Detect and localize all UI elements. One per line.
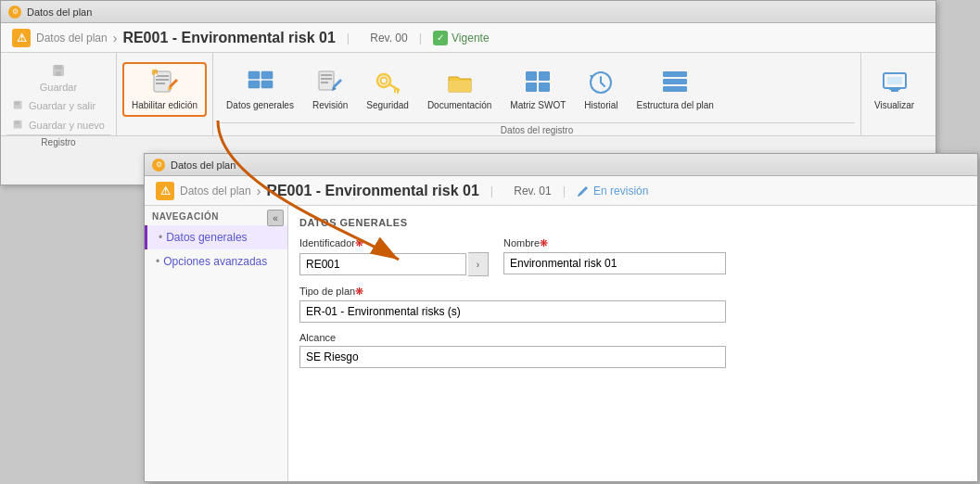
fg-breadcrumb: ⚠ Datos del plan › RE001 - Environmental… [145,176,977,206]
bg-datos-generales-btn[interactable]: Datos generales [219,64,301,115]
identificador-input[interactable] [299,253,466,275]
revision-label: Revisión [312,100,348,111]
bg-habilitar-buttons: ▲ Habilitar edición [122,57,207,122]
svg-rect-18 [321,74,332,76]
identificador-label: Identificador❋ [299,237,489,249]
save-exit-icon [12,99,25,112]
svg-rect-4 [15,102,19,106]
bg-guardar-nuevo-btn[interactable]: Guardar y nuevo [6,116,110,134]
nav-item-datos-generales[interactable]: • Datos generales [145,225,287,249]
historial-icon [586,68,616,97]
tipo-plan-input[interactable] [299,300,726,323]
svg-rect-20 [321,82,328,83]
breadcrumb-prefix: Datos del plan [36,32,108,45]
bg-revision-btn[interactable]: Revisión [305,64,355,115]
monitor-icon [882,70,908,96]
pipe2: | [419,31,422,45]
nav-bullet-1: • [159,231,162,244]
seguridad-icon [373,68,402,97]
registro-section-label: Registro [6,134,110,147]
svg-rect-33 [663,79,687,84]
estructura-label: Estructura del plan [636,100,713,111]
svg-rect-34 [663,86,687,92]
bg-registro-buttons: Guardar Guardar y salir Guardar y nuevo [6,57,110,134]
bg-visualizar-btn[interactable]: Visualizar [867,64,922,115]
svg-rect-27 [526,71,537,81]
check-icon: ✓ [433,31,448,45]
tipo-required: ❋ [355,286,363,297]
datos-generales-label: Datos generales [226,100,294,111]
save-icon [51,63,66,78]
fg-pipe1: | [490,184,493,197]
fg-breadcrumb-sep: › [257,184,261,198]
save-new-icon [12,119,25,132]
svg-rect-32 [663,71,687,77]
guardar-salir-label: Guardar y salir [29,100,95,111]
svg-rect-38 [889,88,900,90]
datos-gen-icon [247,70,274,96]
bg-datos-buttons: Datos generales Revisión [219,57,855,122]
folder-icon [447,70,473,96]
foreground-window: ⚙ Datos del plan ⚠ Datos del plan › RE00… [144,153,978,482]
nombre-required: ❋ [540,237,548,248]
bg-matriz-btn[interactable]: Matriz SWOT [503,64,573,115]
nav-item-datos-label: Datos generales [166,231,247,244]
svg-rect-29 [526,83,537,92]
nav-bullet-2: • [156,255,159,268]
svg-rect-36 [887,77,902,84]
documentacion-icon [445,68,475,97]
nombre-field: Nombre❋ [503,237,726,276]
tipo-plan-field: Tipo de plan❋ [299,286,726,323]
form-row-1: Identificador❋ › Nombre❋ [299,237,966,276]
bg-habilitar-section: ▲ Habilitar edición . [117,53,213,135]
bg-estructura-btn[interactable]: Estructura del plan [629,64,720,115]
nav-collapse-btn[interactable]: « [267,210,284,226]
svg-rect-9 [156,79,169,81]
matrix-icon [524,70,552,96]
habilitar-icon: ▲ [150,68,180,97]
alcance-input[interactable] [299,346,726,368]
historial-label: Historial [584,100,617,111]
key-icon [375,70,401,96]
bg-title-bar: ⚙ Datos del plan [1,1,935,23]
svg-rect-26 [449,81,471,92]
svg-rect-30 [539,83,550,92]
bg-historial-btn[interactable]: Historial [577,64,625,115]
svg-rect-16 [261,81,273,88]
documentacion-label: Documentación [427,100,491,111]
matriz-icon [523,68,553,97]
collapse-icon: « [273,213,278,223]
guardar-label: Guardar [40,82,77,93]
fg-pipe2: | [563,184,566,197]
fg-status-badge: En revisión [577,185,648,197]
estructura-icon [660,68,690,97]
matriz-label: Matriz SWOT [510,100,566,111]
fg-window-title: Datos del plan [171,159,235,171]
svg-point-21 [377,74,390,87]
fg-breadcrumb-prefix: Datos del plan [180,185,251,197]
svg-rect-15 [248,81,260,88]
nombre-input[interactable] [503,252,726,274]
form-row-3: Alcance [299,332,966,368]
bg-datos-registro-section: Datos generales Revisión [213,53,861,135]
fg-nav-sidebar: NAVEGACIÓN • Datos generales • Opciones … [145,206,288,481]
svg-rect-28 [539,71,550,81]
svg-rect-19 [321,78,332,80]
fg-breadcrumb-title: RE001 - Environmental risk 01 [266,183,478,199]
svg-rect-10 [156,83,165,84]
identificador-input-group: › [299,252,489,276]
nav-title: NAVEGACIÓN [145,206,287,225]
nombre-label: Nombre❋ [503,237,726,249]
bg-documentacion-btn[interactable]: Documentación [420,64,499,115]
bg-guardar-salir-btn[interactable]: Guardar y salir [6,96,101,115]
fg-rev-badge: Rev. 01 [514,185,551,197]
identificador-arrow-btn[interactable]: › [468,252,489,276]
alcance-field: Alcance [299,332,726,368]
nav-item-opciones[interactable]: • Opciones avanzadas [145,249,287,274]
pipe1: | [347,31,350,45]
bg-seguridad-btn[interactable]: Seguridad [359,64,416,115]
bg-registro-section: Guardar Guardar y salir Guardar y nuevo … [1,53,117,135]
bg-habilitar-btn[interactable]: ▲ Habilitar edición [122,62,207,117]
fg-content-area: DATOS GENERALES Identificador❋ › Nombre❋ [288,206,977,481]
bg-guardar-btn[interactable]: Guardar [6,60,110,96]
